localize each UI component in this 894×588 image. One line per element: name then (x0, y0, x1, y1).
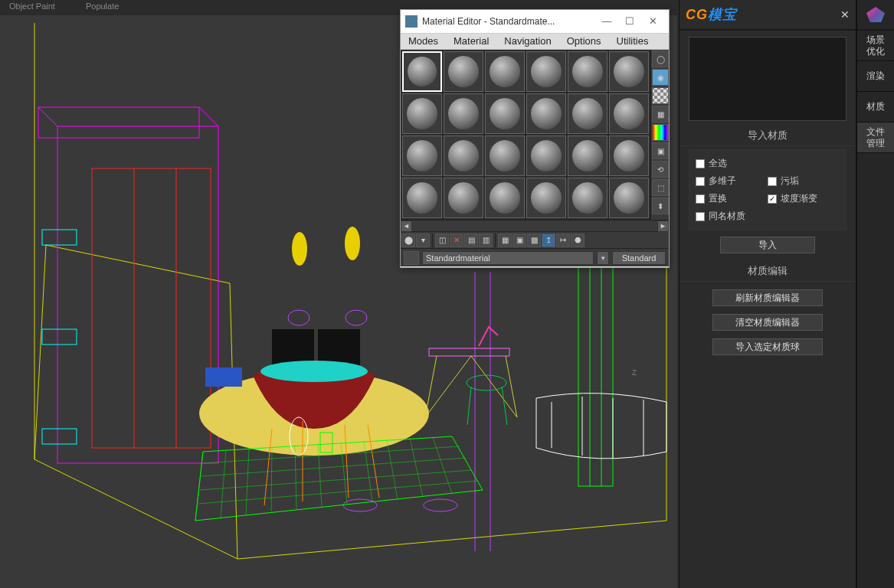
material-name-row: ▾ Standard (401, 248, 669, 266)
material-sample-slot[interactable] (609, 136, 649, 176)
menu-navigation[interactable]: Navigation (496, 34, 558, 49)
plugin-header: CG模宝 ✕ (680, 0, 856, 31)
video-color-icon[interactable] (652, 124, 669, 141)
material-sample-slot[interactable] (609, 178, 649, 218)
get-material-icon[interactable]: ⬤ (401, 234, 415, 247)
material-sample-slot[interactable] (568, 93, 607, 134)
menu-utilities[interactable]: Utilities (609, 34, 657, 49)
material-id-icon[interactable]: ▥ (479, 234, 493, 247)
svg-line-31 (410, 438, 423, 497)
import-button[interactable]: 导入 (720, 237, 815, 253)
minimize-button[interactable]: ― (595, 13, 618, 30)
material-editor-title: Material Editor - Standardmate... (422, 16, 595, 27)
sample-type-icon[interactable]: ◯ (652, 51, 669, 67)
scrollbar-track[interactable] (412, 220, 657, 231)
material-sample-slot[interactable] (526, 136, 566, 176)
checkbox-icon (768, 177, 777, 186)
plugin-close-icon[interactable]: ✕ (840, 8, 850, 21)
plugin-logo: CG模宝 (686, 5, 737, 24)
menu-material[interactable]: Material (446, 34, 496, 49)
material-sample-slot[interactable] (444, 136, 483, 176)
material-editor-window[interactable]: Material Editor - Standardmate... ― ☐ ✕ … (400, 9, 670, 268)
checkbox-gradient[interactable]: 坡度渐变 (768, 192, 840, 205)
put-material-icon[interactable]: ▾ (416, 234, 430, 247)
svg-point-15 (343, 499, 377, 511)
material-sample-slot[interactable] (402, 51, 442, 92)
go-forward-icon[interactable]: ↦ (556, 234, 570, 247)
material-map-nav-icon[interactable]: ⬍ (652, 198, 669, 214)
material-sample-slot[interactable] (568, 136, 607, 176)
material-editor-titlebar[interactable]: Material Editor - Standardmate... ― ☐ ✕ (401, 10, 669, 33)
material-sample-slot[interactable] (444, 93, 483, 134)
material-sample-slot[interactable] (526, 51, 566, 92)
sample-scrollbar[interactable]: ◄ ► (401, 220, 669, 231)
material-sample-slot[interactable] (609, 51, 649, 92)
sphere-icon (408, 57, 437, 87)
scroll-right-icon[interactable]: ► (657, 220, 669, 232)
scroll-left-icon[interactable]: ◄ (401, 220, 412, 232)
material-sample-slot[interactable] (402, 93, 442, 134)
checkbox-displace[interactable]: 置换 (696, 192, 768, 205)
tab-scene-optimize[interactable]: 场景 优化 (857, 31, 894, 61)
tab-file-manage[interactable]: 文件 管理 (857, 122, 894, 153)
eyedropper-icon[interactable] (404, 251, 419, 265)
section-edit-title: 材质编辑 (680, 261, 856, 282)
material-sample-slot[interactable] (485, 51, 525, 92)
material-sample-slot[interactable] (485, 136, 525, 176)
material-sample-slot[interactable] (402, 178, 442, 218)
material-sample-slot[interactable] (444, 178, 483, 218)
options-icon[interactable]: ⟲ (652, 161, 669, 178)
show-end-result-icon[interactable]: ▣ (512, 234, 526, 247)
maximize-button[interactable]: ☐ (618, 13, 641, 30)
refresh-editor-button[interactable]: 刷新材质编辑器 (712, 289, 823, 306)
select-by-material-icon[interactable]: ⬚ (652, 179, 669, 196)
material-sample-slot[interactable] (526, 178, 566, 218)
sphere-icon (572, 56, 603, 87)
go-to-parent-icon[interactable]: ↥ (542, 234, 555, 247)
material-sample-slot[interactable] (485, 178, 525, 218)
svg-line-22 (195, 452, 203, 521)
import-selected-button[interactable]: 导入选定材质球 (712, 338, 823, 355)
checkbox-select-all[interactable]: 全选 (696, 157, 840, 170)
material-sample-slot[interactable] (402, 136, 442, 176)
svg-point-20 (260, 361, 368, 382)
reset-map-icon[interactable]: ✕ (450, 234, 463, 247)
material-sample-slot[interactable] (609, 93, 649, 134)
svg-line-2 (199, 107, 218, 126)
menu-options[interactable]: Options (559, 34, 609, 49)
svg-rect-9 (42, 429, 77, 444)
checkbox-samename[interactable]: 同名材质 (696, 210, 840, 223)
pick-material-icon[interactable]: ⬣ (571, 234, 585, 247)
sample-uv-icon[interactable]: ▦ (652, 106, 669, 122)
menu-modes[interactable]: Modes (401, 34, 446, 49)
checkbox-multisub[interactable]: 多维子 (696, 175, 768, 188)
background-icon[interactable] (652, 87, 669, 104)
sphere-icon (614, 140, 644, 172)
material-sample-slot[interactable] (444, 51, 483, 92)
sphere-icon (448, 56, 479, 87)
material-sample-slot[interactable] (526, 93, 566, 134)
svg-line-47 (467, 387, 471, 425)
show-in-viewport-icon[interactable]: ▦ (498, 234, 512, 247)
plugin-logo-cg: CG (686, 7, 708, 22)
material-name-dropdown-icon[interactable]: ▾ (597, 251, 609, 265)
material-editor-menubar: Modes Material Navigation Options Utilit… (401, 33, 669, 50)
background-pattern-icon[interactable]: ▩ (527, 234, 541, 247)
material-editor-app-icon (405, 15, 418, 28)
make-preview-icon[interactable]: ▣ (652, 142, 669, 159)
tab-render[interactable]: 渲染 (857, 61, 894, 92)
backlight-icon[interactable]: ◉ (652, 69, 669, 86)
material-name-input[interactable] (422, 251, 594, 265)
checkbox-dirt[interactable]: 污垢 (768, 175, 840, 188)
sphere-icon (407, 140, 437, 172)
material-sample-slot[interactable] (485, 93, 525, 134)
material-type-button[interactable]: Standard (612, 251, 666, 265)
material-sample-slot[interactable] (568, 51, 607, 92)
put-to-library-icon[interactable]: ▤ (464, 234, 478, 247)
close-button[interactable]: ✕ (641, 13, 664, 30)
assign-to-selection-icon[interactable]: ◫ (435, 234, 449, 247)
clear-editor-button[interactable]: 清空材质编辑器 (712, 314, 823, 331)
svg-point-16 (424, 499, 457, 511)
tab-material[interactable]: 材质 (857, 92, 894, 122)
material-sample-slot[interactable] (568, 178, 607, 218)
